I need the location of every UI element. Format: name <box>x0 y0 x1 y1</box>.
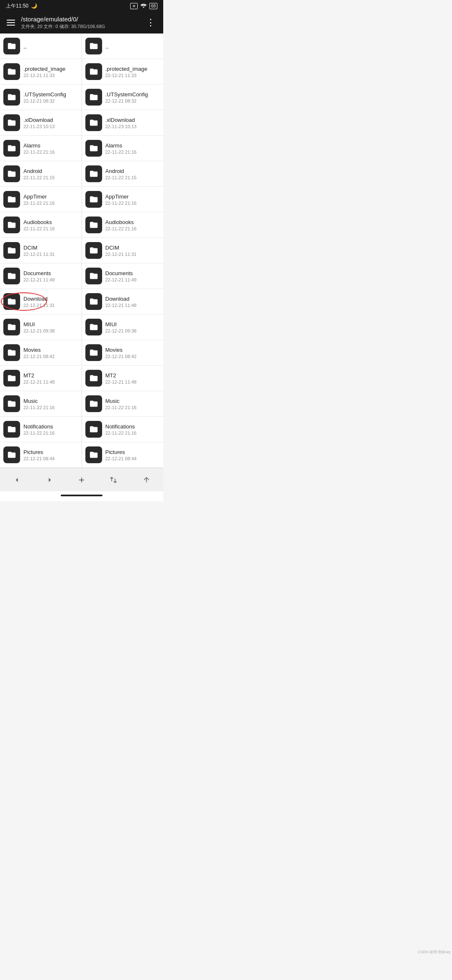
list-item[interactable]: DCIM 22-12-21 11:31 <box>82 238 164 263</box>
file-info: MT2 22-12-21 11:48 <box>105 372 160 384</box>
file-name: Download <box>23 296 78 302</box>
file-info: Music 22-11-22 21:16 <box>105 398 160 410</box>
file-name: MIUI <box>23 321 78 328</box>
folder-icon <box>3 319 20 335</box>
file-date: 22-12-21 11:49 <box>23 277 78 282</box>
file-date: 22-12-21 08:44 <box>23 456 78 461</box>
list-item[interactable]: .UTSystemConfig 22-12-21 08:32 <box>82 85 164 110</box>
file-info: DCIM 22-12-21 11:31 <box>105 245 160 257</box>
file-name: Notifications <box>105 423 160 430</box>
list-item[interactable]: DCIM 22-12-21 11:31 <box>0 238 82 263</box>
list-item[interactable]: .xlDownload 22-11-23 10:13 <box>82 110 164 136</box>
add-button[interactable]: + <box>74 471 90 489</box>
list-item[interactable]: Audiobooks 22-11-22 21:16 <box>0 212 82 238</box>
list-item[interactable]: Pictures 22-12-21 08:44 <box>82 442 164 468</box>
list-item[interactable]: Pictures 22-12-21 08:44 <box>0 442 82 468</box>
file-date: 22-11-22 21:15 <box>23 175 78 180</box>
file-name: Notifications <box>23 423 78 430</box>
list-item[interactable]: Music 22-11-22 21:16 <box>0 391 82 417</box>
list-item[interactable]: .. <box>82 34 164 59</box>
list-item[interactable]: MIUI 22-12-21 09:38 <box>0 315 82 340</box>
list-item[interactable]: AppTimer 22-11-22 21:16 <box>82 187 164 212</box>
folder-icon <box>85 446 102 463</box>
list-item[interactable]: Music 22-11-22 21:16 <box>82 391 164 417</box>
file-info: Music 22-11-22 21:16 <box>23 398 78 410</box>
list-item[interactable]: .protected_image 22-12-21 11:33 <box>82 59 164 85</box>
list-item[interactable]: Documents 22-12-21 11:49 <box>0 263 82 289</box>
list-item[interactable]: Movies 22-12-21 08:42 <box>82 340 164 366</box>
file-date: 22-12-21 11:33 <box>105 73 160 78</box>
list-item[interactable]: Documents 22-12-21 11:49 <box>82 263 164 289</box>
file-date: 22-12-21 11:48 <box>105 303 160 308</box>
file-date: 22-12-21 08:42 <box>105 354 160 359</box>
folder-icon <box>3 242 20 259</box>
file-info: Android 22-11-22 21:15 <box>105 168 160 180</box>
file-date: 22-11-22 21:16 <box>105 405 160 410</box>
folder-icon <box>3 217 20 233</box>
file-name: MT2 <box>23 372 78 379</box>
list-item[interactable]: MIUI 22-12-21 09:38 <box>82 315 164 340</box>
folder-icon <box>85 217 102 233</box>
list-item[interactable]: Alarms 22-11-22 21:16 <box>82 136 164 161</box>
file-info: Download 22-12-21 11:48 <box>105 296 160 308</box>
folder-icon <box>85 319 102 335</box>
file-name: .. <box>105 43 160 50</box>
back-button[interactable] <box>8 472 26 487</box>
folder-icon <box>85 344 102 361</box>
file-date: 22-12-21 11:49 <box>105 277 160 282</box>
file-info: .. <box>23 43 78 50</box>
file-info: Notifications 22-11-22 21:16 <box>105 423 160 436</box>
list-item[interactable]: .xlDownload 22-11-23 10:13 <box>0 110 82 136</box>
list-item[interactable]: Audiobooks 22-11-22 21:16 <box>82 212 164 238</box>
folder-icon <box>3 395 20 412</box>
file-date: 22-11-22 21:16 <box>105 431 160 436</box>
list-item[interactable]: Download 22-12-21 11:31 <box>0 289 82 315</box>
more-options-icon[interactable]: ⋮ <box>144 15 158 30</box>
forward-button[interactable] <box>41 472 59 487</box>
file-info: Audiobooks 22-11-22 21:16 <box>23 219 78 231</box>
list-item[interactable]: MT2 22-12-21 11:48 <box>82 366 164 391</box>
list-item[interactable]: .UTSystemConfig 22-12-21 08:32 <box>0 85 82 110</box>
file-name: .UTSystemConfig <box>105 91 160 98</box>
file-name: .UTSystemConfig <box>23 91 78 98</box>
folder-icon <box>85 63 102 80</box>
file-date: 22-12-21 09:38 <box>23 328 78 333</box>
list-item[interactable]: Android 22-11-22 21:15 <box>0 161 82 187</box>
list-item[interactable]: Notifications 22-11-22 21:16 <box>0 417 82 442</box>
file-name: Music <box>105 398 160 404</box>
file-name: .. <box>23 43 78 50</box>
list-item[interactable]: MT2 22-12-21 11:48 <box>0 366 82 391</box>
menu-icon[interactable] <box>5 18 17 27</box>
status-time: 上午11:50 <box>6 3 28 10</box>
list-item[interactable]: Notifications 22-11-22 21:16 <box>82 417 164 442</box>
list-item[interactable]: Android 22-11-22 21:15 <box>82 161 164 187</box>
file-name: Android <box>105 168 160 174</box>
toolbar-path: /storage/emulated/0/ <box>21 15 139 23</box>
status-bar: 上午11:50 🌙 ✕ 68 <box>0 0 163 12</box>
folder-icon <box>85 165 102 182</box>
list-item[interactable]: Download 22-12-21 11:48 <box>82 289 164 315</box>
swap-button[interactable] <box>104 472 123 487</box>
file-name: Movies <box>23 347 78 353</box>
file-info: .xlDownload 22-11-23 10:13 <box>23 117 78 129</box>
file-date: 22-12-21 11:31 <box>23 303 78 308</box>
folder-icon <box>85 268 102 284</box>
file-name: Documents <box>105 270 160 276</box>
folder-icon <box>3 344 20 361</box>
file-name: Download <box>105 296 160 302</box>
file-info: AppTimer 22-11-22 21:16 <box>23 193 78 206</box>
list-item[interactable]: Alarms 22-11-22 21:16 <box>0 136 82 161</box>
file-name: AppTimer <box>105 193 160 200</box>
home-indicator <box>0 491 163 501</box>
folder-icon <box>85 89 102 106</box>
list-item[interactable]: .protected_image 22-12-21 11:33 <box>0 59 82 85</box>
file-info: .UTSystemConfig 22-12-21 08:32 <box>105 91 160 103</box>
folder-icon <box>85 370 102 387</box>
moon-icon: 🌙 <box>31 3 37 9</box>
up-button[interactable] <box>137 472 156 487</box>
file-date: 22-12-21 08:42 <box>23 354 78 359</box>
list-item[interactable]: .. <box>0 34 82 59</box>
list-item[interactable]: AppTimer 22-11-22 21:16 <box>0 187 82 212</box>
list-item[interactable]: Movies 22-12-21 08:42 <box>0 340 82 366</box>
file-name: Alarms <box>23 142 78 149</box>
